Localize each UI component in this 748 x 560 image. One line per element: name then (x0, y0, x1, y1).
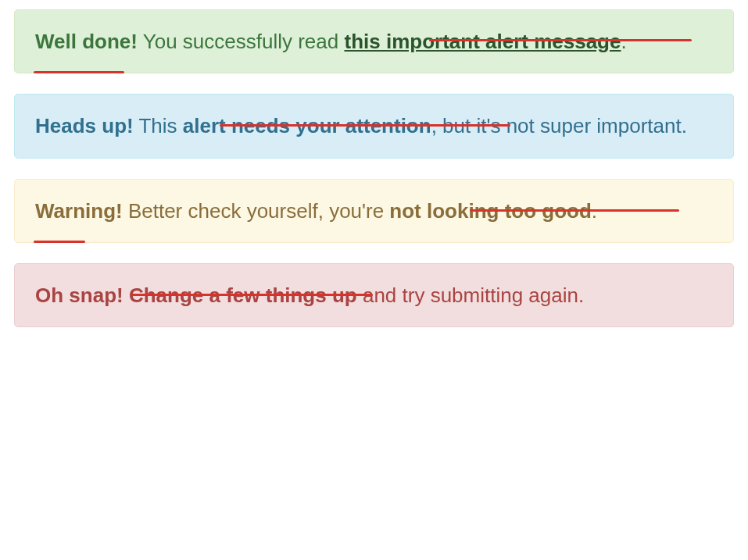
alert-text-pre (123, 284, 129, 307)
annotation-underline (34, 241, 85, 243)
alert-heading: Oh snap! (35, 284, 123, 307)
alert-text-post: . (621, 30, 626, 53)
alert-bold: not looking too good (389, 199, 591, 223)
alert-link[interactable]: this important alert message (344, 30, 621, 53)
alert-text-post: . (592, 199, 597, 223)
alert-text-post: and try submitting again. (357, 284, 585, 307)
alert-heading: Warning! (35, 199, 123, 223)
alert-success: Well done! You successfully read this im… (14, 9, 734, 73)
alert-bold: alert needs your attention (183, 114, 431, 137)
alert-text-post: , but it's not super important. (431, 114, 687, 137)
alert-heading: Heads up! (35, 114, 134, 137)
annotation-underline (34, 71, 124, 73)
alert-text-pre: Better check yourself, you're (123, 199, 390, 223)
alert-text-pre: This (134, 114, 183, 137)
alert-heading: Well done! (35, 30, 138, 53)
alert-bold: Change a few things up (129, 284, 357, 307)
alert-warning: Warning! Better check yourself, you're n… (14, 179, 734, 243)
alert-danger: Oh snap! Change a few things up and try … (14, 263, 734, 327)
alert-text-pre: You successfully read (138, 30, 345, 53)
alert-info: Heads up! This alert needs your attentio… (14, 94, 734, 158)
